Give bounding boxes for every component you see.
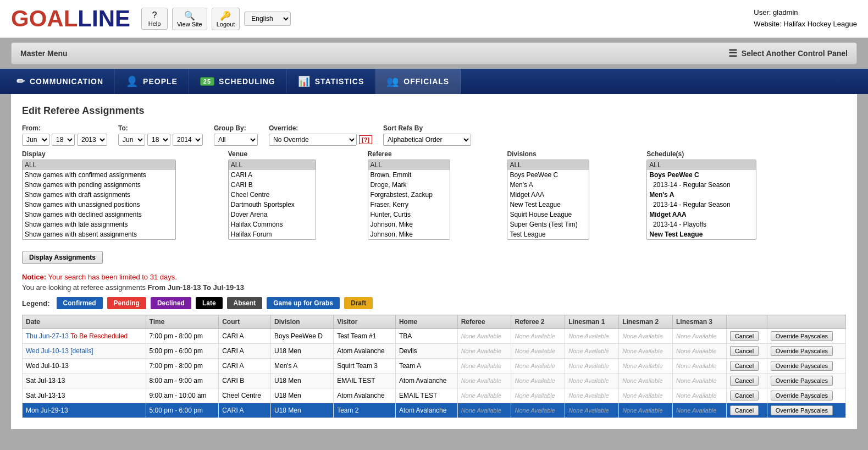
date-link[interactable]: Wed Jul-10-13 (26, 347, 69, 355)
court-text: CARI A (222, 407, 244, 414)
override-label: Override: (269, 124, 372, 132)
venue-listbox[interactable]: ALL CARI A CARI B Cheel Centre Dartmouth… (228, 160, 316, 240)
group-by-label: Group By: (214, 124, 258, 132)
override-payscales-button[interactable]: Override Payscales (771, 405, 833, 415)
table-row: Sat Jul-13-139:00 am - 10:00 amCheel Cen… (23, 388, 846, 403)
override-payscales-button[interactable]: Override Payscales (771, 391, 833, 400)
override-payscales-button[interactable]: Override Payscales (771, 361, 833, 371)
cancel-button[interactable]: Cancel (730, 331, 759, 341)
linesman2-text: None Available (622, 407, 662, 414)
override-payscales-button[interactable]: Override Payscales (771, 376, 833, 386)
date-text: Wed Jul-10-13 (26, 362, 69, 370)
divisions-list-label: Divisions (507, 150, 640, 158)
page-title: Edit Referee Assignments (22, 105, 846, 117)
override-help-icon[interactable]: [?] (359, 135, 372, 144)
display-assignments-button[interactable]: Display Assignments (22, 251, 103, 264)
from-day-select[interactable]: 18 (52, 134, 75, 146)
linesman3-text: None Available (676, 333, 716, 339)
scheduling-badge: 25 (200, 77, 214, 86)
cancel-button[interactable]: Cancel (730, 346, 759, 356)
display-listbox[interactable]: ALL Show games with confirmed assignment… (22, 160, 176, 240)
referee2-text: None Available (515, 377, 555, 384)
details-link[interactable]: [details] (70, 347, 93, 355)
sort-refs-label: Sort Refs By (383, 124, 471, 132)
linesman2-text: None Available (622, 333, 662, 339)
cancel-button[interactable]: Cancel (730, 376, 759, 386)
master-menu-title[interactable]: Master Menu (20, 49, 68, 58)
time-text: 5:00 pm - 6:00 pm (150, 347, 203, 355)
home-text: TBA (399, 332, 412, 340)
col-action2 (767, 315, 845, 329)
viewsite-button[interactable]: 🔍 View Site (172, 8, 207, 30)
divisions-listbox[interactable]: ALL Boys PeeWee C Men's A Midget AAA New… (507, 160, 589, 240)
help-button[interactable]: ? Help (141, 8, 168, 30)
linesman1-text: None Available (568, 333, 609, 339)
logout-button[interactable]: 🔑 Logout (212, 8, 240, 30)
referee-text: None Available (461, 363, 501, 369)
table-row: Wed Jul-10-137:00 pm - 8:00 pmCARI AMen'… (23, 359, 846, 374)
override-payscales-button[interactable]: Override Payscales (771, 331, 833, 341)
venue-list-label: Venue (228, 150, 361, 158)
logout-icon: 🔑 (220, 10, 231, 21)
filter-row-top: From: JanFebMarAprJunJulAugSepOctNovDec … (22, 124, 846, 146)
select-panel-button[interactable]: ☰ Select Another Control Panel (728, 47, 848, 59)
from-year-select[interactable]: 20132014 (77, 134, 107, 146)
legend-late: Late (196, 297, 223, 309)
referee2-text: None Available (515, 392, 555, 399)
group-by-select[interactable]: All Division Venue (214, 134, 258, 146)
nav-officials[interactable]: 👥 OFFICIALS (375, 69, 461, 94)
legend-declined: Declined (151, 297, 191, 309)
legend-draft: Draft (344, 297, 373, 309)
referee-listbox[interactable]: ALL Brown, Emmit Droge, Mark Forgrabstes… (368, 160, 450, 240)
court-text: CARI A (222, 347, 244, 355)
date-link[interactable]: Thu Jun-27-13 (26, 332, 69, 340)
nav-communication[interactable]: ✏ COMMUNICATION (5, 69, 115, 94)
referee-text: None Available (461, 333, 501, 339)
to-year-select[interactable]: 20132014 (173, 134, 203, 146)
linesman1-text: None Available (568, 392, 609, 399)
visitor-text: Atom Avalanche (337, 347, 385, 355)
home-text: EMAIL TEST (399, 392, 437, 399)
from-month-select[interactable]: JanFebMarAprJunJulAugSepOctNovDec (22, 134, 49, 146)
col-referee: Referee (457, 315, 511, 329)
notice-text: Your search has been limited to 31 days. (48, 273, 176, 281)
referee-text: None Available (461, 348, 501, 354)
language-select[interactable]: English Français (244, 12, 291, 26)
court-text: CARI A (222, 332, 244, 340)
viewsite-icon: 🔍 (184, 10, 195, 21)
logo-line: LINE (78, 6, 130, 32)
division-text: Boys PeeWee D (274, 332, 323, 340)
schedules-listbox[interactable]: ALL Boys PeeWee C 2013-14 - Regular Seas… (646, 160, 756, 240)
header-tools: ? Help 🔍 View Site 🔑 Logout English Fran… (141, 8, 291, 30)
time-text: 5:00 pm - 6:00 pm (150, 407, 203, 414)
date-text: Mon Jul-29-13 (26, 407, 68, 414)
select-panel-label: Select Another Control Panel (742, 49, 848, 58)
override-select[interactable]: No Override (269, 134, 357, 146)
display-list-label: Display (22, 150, 222, 158)
to-day-select[interactable]: 18 (147, 134, 170, 146)
linesman3-text: None Available (676, 407, 716, 414)
sort-refs-select[interactable]: Alphabetical Order (383, 134, 471, 146)
to-month-select[interactable]: JanFebMarAprJunJul (118, 134, 145, 146)
website-label: Website: Halifax Hockey League (754, 19, 857, 30)
people-icon: 👤 (126, 75, 139, 87)
nav-scheduling[interactable]: 25 SCHEDULING (189, 69, 287, 94)
schedules-list-group: Schedule(s) ALL Boys PeeWee C 2013-14 - … (646, 150, 846, 240)
court-text: CARI A (222, 362, 244, 370)
schedules-list-label: Schedule(s) (646, 150, 846, 158)
nav-statistics[interactable]: 📊 STATISTICS (287, 69, 376, 94)
date-text: Sat Jul-13-13 (26, 377, 65, 385)
cancel-button[interactable]: Cancel (730, 405, 759, 415)
override-payscales-button[interactable]: Override Payscales (771, 346, 833, 356)
legend-grabs: Game up for Grabs (267, 297, 340, 309)
notice-label: Notice: (22, 273, 46, 281)
help-label: Help (148, 20, 161, 27)
cancel-button[interactable]: Cancel (730, 391, 759, 400)
referee-text: None Available (461, 377, 501, 384)
home-text: Team A (399, 362, 421, 370)
statistics-icon: 📊 (298, 75, 311, 87)
nav-people[interactable]: 👤 PEOPLE (115, 69, 189, 94)
user-label: User: gladmin (754, 7, 857, 19)
cancel-button[interactable]: Cancel (730, 361, 759, 371)
referee2-text: None Available (515, 348, 555, 354)
